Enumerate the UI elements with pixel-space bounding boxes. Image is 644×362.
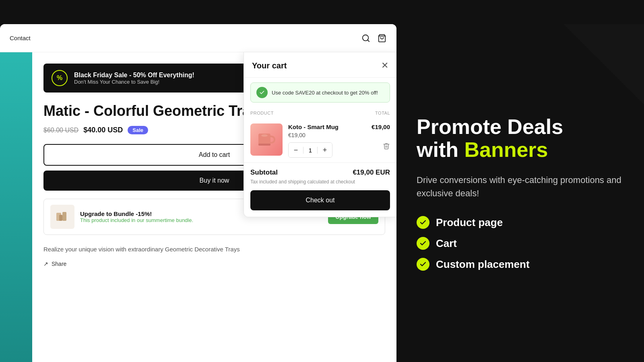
svg-line-1	[367, 40, 369, 41]
search-button[interactable]	[361, 33, 371, 43]
cart-close-button[interactable]: ✕	[381, 60, 388, 71]
deco-triangle	[564, 24, 644, 105]
price-old: $60.00 USD	[43, 127, 78, 134]
cart-item-name: Koto - Smart Mug	[288, 123, 366, 130]
tax-note: Tax included and shipping calculated at …	[250, 179, 390, 185]
col-product: PRODUCT	[250, 111, 274, 115]
nav-icons	[361, 33, 387, 43]
cart-item-image	[250, 123, 283, 156]
cart-header: Your cart ✕	[244, 52, 396, 78]
cart-item-img-inner	[250, 123, 283, 156]
cart-promo-icon	[256, 87, 268, 98]
svg-rect-4	[62, 212, 66, 221]
main-area: Contact	[0, 24, 644, 362]
col-total: TOTAL	[375, 111, 390, 115]
cart-title: Your cart	[252, 61, 287, 70]
subtotal-label: Subtotal	[250, 169, 278, 177]
cart-promo-note: Use code SAVE20 at checkout to get 20% o…	[250, 82, 390, 103]
cart-item-price: €19,00	[288, 132, 366, 138]
promo-heading-line1: Promote Deals	[417, 115, 563, 138]
share-row[interactable]: ↗ Share	[43, 261, 385, 267]
promo-list: Product page Cart Custom placement	[417, 216, 624, 271]
sale-badge: Sale	[128, 126, 148, 134]
cart-button[interactable]	[377, 33, 387, 43]
nav-bar: Contact	[0, 24, 396, 52]
bundle-image	[50, 205, 74, 229]
checkout-button[interactable]: Check out	[250, 190, 390, 210]
quantity-increase-button[interactable]: +	[318, 143, 332, 157]
list-label-cart: Cart	[436, 237, 457, 250]
list-item-product-page: Product page	[417, 216, 624, 229]
share-label: Share	[52, 261, 66, 267]
promo-heading: Promote Deals with Banners	[417, 115, 624, 161]
check-icon-custom	[417, 258, 429, 271]
nav-contact[interactable]: Contact	[10, 35, 31, 41]
quantity-control: − 1 +	[288, 142, 332, 158]
promo-panel: Promote Deals with Banners Drive convers…	[396, 24, 644, 362]
list-item-cart: Cart	[417, 237, 624, 250]
shop-panel: Contact	[0, 24, 396, 362]
share-icon: ↗	[43, 261, 48, 267]
top-bar	[0, 0, 644, 24]
check-icon-cart	[417, 237, 429, 250]
subtotal-row: Subtotal €19,00 EUR	[250, 169, 390, 177]
svg-point-8	[261, 134, 268, 137]
cart-item-details: Koto - Smart Mug €19,00 − 1 +	[288, 123, 366, 158]
subtotal-amount: €19,00 EUR	[353, 169, 390, 177]
quantity-value: 1	[303, 147, 318, 154]
list-item-custom-placement: Custom placement	[417, 258, 624, 271]
product-image-col	[0, 52, 32, 362]
cart-item: Koto - Smart Mug €19,00 − 1 + €19,00	[244, 119, 396, 162]
price-new: $40.00 USD	[83, 126, 123, 134]
bundle-description: This product included in our summertime …	[80, 217, 322, 223]
svg-rect-7	[258, 144, 270, 146]
quantity-decrease-button[interactable]: −	[289, 143, 303, 157]
svg-rect-5	[59, 215, 62, 221]
promo-heading-line2: with Banners	[417, 138, 548, 161]
check-icon-product-page	[417, 216, 429, 229]
cart-columns: PRODUCT TOTAL	[244, 107, 396, 119]
cart-item-right: €19,00	[372, 123, 390, 152]
nav-left: Contact	[10, 35, 31, 41]
promo-heading-accent: Banners	[464, 138, 548, 161]
product-description: Realize your unique vision with extraord…	[43, 245, 385, 254]
list-label-custom: Custom placement	[436, 258, 530, 271]
cart-overlay: Your cart ✕ Use code SAVE20 at checkout …	[244, 52, 396, 217]
cart-footer: Subtotal €19,00 EUR Tax included and shi…	[244, 162, 396, 217]
promo-subtext: Drive conversions with eye-catching prom…	[417, 173, 624, 200]
promo-percent-icon: %	[52, 70, 68, 86]
cart-item-total: €19,00	[372, 123, 390, 130]
cart-item-delete-button[interactable]	[383, 142, 390, 152]
cart-promo-text: Use code SAVE20 at checkout to get 20% o…	[272, 90, 378, 96]
list-label-product-page: Product page	[436, 216, 503, 229]
